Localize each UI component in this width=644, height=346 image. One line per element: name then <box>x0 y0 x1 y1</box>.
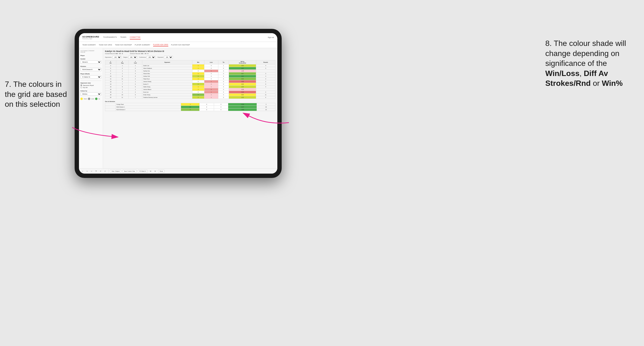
filter-opponents-select[interactable]: (All) <box>112 56 121 59</box>
cell-loss: 0 <box>204 67 218 70</box>
cell-win: 0 <box>192 91 204 94</box>
cell-conf: 2 <box>128 78 142 80</box>
legend: Down Level Up <box>80 98 101 100</box>
cell-tie: 0 <box>218 67 229 70</box>
cell-rounds: 9 <box>256 83 276 86</box>
legend-level-label: Level <box>91 98 94 100</box>
th-rounds: Rounds <box>256 60 276 64</box>
cell-ood-diff: 9.267 <box>228 106 257 108</box>
toolbar-clock[interactable]: ⏱ <box>104 170 107 173</box>
colour-by-select[interactable]: Win/loss <box>80 92 101 96</box>
cell-reg: 10 <box>116 94 128 96</box>
cell-rounds: 2 <box>256 91 276 94</box>
overall-record: Overall Record: 353 - 34 - 6 <box>105 53 123 54</box>
division-select[interactable]: NCAA Division III <box>80 68 101 71</box>
cell-ood-opponent: NCAA Division 2 <box>115 108 181 111</box>
filter-region: Region (All) <box>123 56 137 59</box>
cell-ood-tie: 0 <box>214 108 228 111</box>
cell-ood-rounds: 10 <box>257 108 276 111</box>
toolbar-copy[interactable]: ⧉ <box>94 170 98 173</box>
table-row: 10 6 3 Andrea York 2 0 0 4.00 4 <box>105 75 276 78</box>
cell-ood-win: 5 <box>181 108 200 111</box>
content-area: Katelyn Vo Head-to-Head Grid for Women's… <box>103 48 277 168</box>
toolbar-view-original[interactable]: View: Original <box>110 170 121 173</box>
toolbar-icon1[interactable]: ⊞ <box>149 170 152 173</box>
cell-div: 10 <box>105 75 116 78</box>
cell-opponent: Federica Domecq Lacroze <box>142 96 192 99</box>
toolbar-share[interactable]: Share <box>158 170 165 173</box>
nav-sign-out[interactable]: Sign out <box>268 36 274 38</box>
filter-opponent-label: Opponent <box>158 56 163 58</box>
table-row: 3 1 1 Esther Lee 1 0 1 1.50 4 <box>105 64 276 67</box>
player-label: Player <box>80 55 101 56</box>
cell-loss: 1 <box>204 94 218 96</box>
nav-teams[interactable]: TEAMS <box>120 35 126 39</box>
cell-win: 0 <box>192 70 204 72</box>
cell-ood-loss: 0 <box>199 106 214 108</box>
cell-tie: 0 <box>218 88 229 91</box>
toolbar-watch[interactable]: 👁 Watch ▾ <box>138 170 147 173</box>
toolbar-sep-1 <box>108 170 108 173</box>
filter-opponent-select[interactable]: (All) <box>164 56 173 59</box>
cell-reg: 2 <box>116 91 128 94</box>
toolbar-back[interactable]: ↩ <box>90 170 93 173</box>
filter-conference-select[interactable]: (All) <box>146 56 156 59</box>
filter-region-select[interactable]: (All) <box>128 56 137 59</box>
cell-loss: 0 <box>204 78 218 80</box>
gender-select[interactable]: Women's <box>80 60 101 64</box>
legend-dot-up <box>95 98 98 100</box>
nav-tournaments[interactable]: TOURNAMENTS <box>103 35 117 39</box>
toolbar-redo[interactable]: ↪ <box>86 170 88 173</box>
sub-nav-player-summary[interactable]: PLAYER SUMMARY <box>135 43 150 46</box>
cell-ood-win: 1 <box>181 103 200 106</box>
cell-tie: 0 <box>218 96 229 99</box>
cell-div: 19 <box>105 94 116 96</box>
cell-ood-rounds: 30 <box>257 106 276 108</box>
out-of-division-table: Foreign Team 1 0 0 4.500 2 NAIA Division… <box>105 103 276 111</box>
cell-ood-rounds: 2 <box>257 103 276 106</box>
sub-nav-team-h2h-grid[interactable]: TEAM H2H GRID <box>99 43 112 46</box>
cell-ood-diff: 4.500 <box>228 103 257 106</box>
sub-nav-team-h2h-heatmap[interactable]: TEAM H2H HEATMAP <box>115 43 132 46</box>
cell-div: 16 <box>105 88 116 91</box>
sub-nav-player-h2h-grid[interactable]: PLAYER H2H GRID <box>153 43 168 46</box>
cell-tie: 0 <box>218 83 229 86</box>
cell-diff: -5.00 <box>229 91 256 94</box>
app-nav: SCOREBOARD Powered by clippd TOURNAMENTS… <box>79 33 277 42</box>
nav-committee[interactable]: COMMITTEE <box>130 35 140 39</box>
cell-opponent: Jessica Huang <box>142 80 192 83</box>
sub-nav-player-h2h-heatmap[interactable]: PLAYER H2H HEATMAP <box>171 43 190 46</box>
toolbar-icon2[interactable]: ⊟ <box>154 170 157 173</box>
sidebar-player-rank-section: Player (Rank) 8. Katelyn Vo <box>80 73 101 79</box>
cell-conf: 6 <box>128 94 142 96</box>
sidebar: Last Updated: 27/03/2024 16:55:38 Player… <box>79 48 103 168</box>
cell-reg: 8 <box>116 86 128 88</box>
table-row: 11 11 2 Heejo Hyun 1 0 0 3.33 3 <box>105 78 276 80</box>
cell-diff: 1.50 <box>229 64 256 67</box>
cell-tie: 1 <box>218 64 229 67</box>
legend-down-label: Down <box>84 98 87 100</box>
cell-conf: 5 <box>128 86 142 88</box>
toolbar-undo[interactable]: ↩ <box>81 170 84 173</box>
filter-opponents-label: Opponents: <box>105 56 112 58</box>
cell-conf: 4 <box>128 83 142 86</box>
cell-loss: 1 <box>204 70 218 72</box>
cell-rounds: 3 <box>256 72 276 75</box>
cell-opponent: Alexis Sudjianto <box>142 67 192 70</box>
th-diff: Diff AvStrokes/Rnd <box>229 60 256 64</box>
cell-tie: 0 <box>218 70 229 72</box>
cell-reg: 1 <box>116 70 128 72</box>
player-rank-select[interactable]: 8. Katelyn Vo <box>80 75 101 79</box>
cell-rounds <box>256 88 276 91</box>
cell-win: 2 <box>192 75 204 78</box>
cell-diff: 1.25 <box>229 86 256 88</box>
sub-nav-team-summary[interactable]: TEAM SUMMARY <box>82 43 96 46</box>
toolbar-save-custom[interactable]: Save Custom View <box>122 170 136 173</box>
cell-win: 1 <box>192 67 204 70</box>
table-row: 16 2 1 Jessica Mason 1 2 0 -0.94 <box>105 88 276 91</box>
toolbar-refresh[interactable]: ↺ <box>99 170 102 173</box>
table-header-row: #Div #Reg #Conf Opponent Win Loss Tie Di… <box>105 60 276 64</box>
radio-top-100[interactable]: Top 100 <box>80 87 101 88</box>
radio-opponents-played[interactable]: Opponents Played <box>80 84 101 86</box>
radio-dot-top100 <box>80 87 82 88</box>
